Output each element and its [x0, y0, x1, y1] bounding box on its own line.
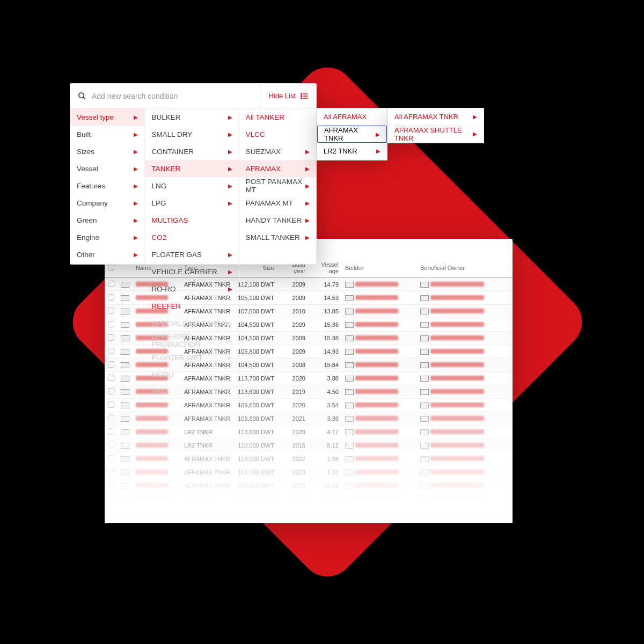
flag-icon	[121, 389, 129, 395]
cell-builder	[342, 318, 417, 332]
row-checkbox[interactable]	[108, 428, 114, 435]
menu-item[interactable]: All TANKER	[239, 108, 316, 126]
row-checkbox[interactable]	[108, 348, 114, 354]
menu-item[interactable]: Vessel type▶	[70, 108, 144, 126]
row-checkbox[interactable]	[108, 495, 114, 502]
table-row[interactable]: AFRAMAX TNKR110,000 DWT200816.01	[105, 479, 513, 493]
menu-item[interactable]: Features▶	[70, 177, 144, 194]
table-row[interactable]: LR2 TNKR113,600 DWT20204.17	[105, 426, 513, 439]
row-checkbox[interactable]	[108, 308, 114, 314]
column-beneficial-owner[interactable]: Beneficial Owner	[417, 258, 513, 278]
menu-item[interactable]: OSV	[145, 383, 238, 400]
hide-list-button[interactable]: Hide List	[260, 84, 316, 108]
table-row[interactable]: AFRAMAX TNKR113,000 DWT20221.98	[105, 452, 513, 466]
select-all-checkbox[interactable]	[108, 264, 114, 270]
menu-item[interactable]: REEFER	[145, 297, 238, 314]
table-row[interactable]: AFRAMAX TNKR104,600 DWT201113.18	[105, 506, 513, 519]
cell-owner	[417, 493, 513, 506]
flag-icon	[121, 322, 129, 328]
menu-item[interactable]: SMALL TANKER▶	[239, 229, 316, 246]
menu-item[interactable]: FLOATER GAS▶	[145, 246, 238, 263]
table-row[interactable]: AFRAMAX TNKR112,100 DWT20231.37	[105, 466, 513, 479]
vessel-name-blurred	[136, 496, 168, 501]
row-checkbox[interactable]	[108, 375, 114, 381]
menu-item[interactable]: SPECIALISED CARGO▶	[145, 314, 238, 332]
menu-item[interactable]: LNG▶	[145, 177, 238, 194]
cell-type: AFRAMAX TNKR	[181, 479, 235, 493]
menu-item[interactable]: RO-RO▶	[145, 280, 238, 297]
search-input-wrap[interactable]	[70, 92, 260, 100]
cell-owner	[417, 372, 513, 385]
menu-item[interactable]: CO2	[145, 229, 238, 246]
row-checkbox[interactable]	[108, 294, 114, 301]
menu-item[interactable]: All AFRAMAX	[317, 108, 387, 126]
menu-item[interactable]: VLCC	[239, 126, 316, 143]
filter-menu: Hide List Vessel type▶Built▶Sizes▶Vessel…	[70, 83, 317, 265]
row-checkbox[interactable]	[108, 455, 114, 462]
menu-item[interactable]: SUEZMAX▶	[239, 143, 316, 160]
menu-item[interactable]: TANKER▶	[145, 160, 238, 177]
list-icon	[300, 92, 309, 100]
cell-type: AFRAMAX TNKR	[181, 452, 235, 466]
menu-item[interactable]: LR2 TNKR▶	[317, 143, 387, 160]
menu-item[interactable]: MULTIGAS	[145, 211, 238, 229]
menu-item[interactable]: MODU	[145, 366, 238, 383]
cell-vessel-age: 3.54	[309, 399, 342, 412]
menu-item[interactable]: OFFSHORE PRODUCTION▶	[145, 332, 238, 349]
cell-build-year: 2009	[277, 291, 309, 305]
cell-size: 105,100 DWT	[235, 291, 277, 305]
row-checkbox[interactable]	[108, 442, 114, 448]
column-builder[interactable]: Builder	[342, 258, 417, 278]
cell-build-year: 2008	[277, 479, 309, 493]
menu-item[interactable]: Company▶	[70, 194, 144, 211]
menu-item[interactable]: AFRAMAX▶	[239, 160, 316, 177]
cell-build-year: 2023	[277, 466, 309, 479]
table-row[interactable]: AFRAMAX TNKR109,900 DWT20213.39	[105, 412, 513, 426]
menu-item[interactable]: BULKER▶	[145, 108, 238, 126]
menu-item[interactable]: LPG▶	[145, 194, 238, 211]
menu-item[interactable]: Engine▶	[70, 229, 144, 246]
row-checkbox[interactable]	[108, 281, 114, 287]
menu-item[interactable]: HANDY TANKER▶	[239, 211, 316, 229]
menu-item[interactable]: PANAMAX MT▶	[239, 194, 316, 211]
menu-item[interactable]: FLOATER WET▶	[145, 349, 238, 366]
search-input[interactable]	[92, 92, 253, 100]
cell-size: 112,100 DWT	[235, 466, 277, 479]
row-checkbox[interactable]	[108, 469, 114, 475]
menu-item[interactable]: VEHICLE CARRIER▶	[145, 263, 238, 280]
row-checkbox[interactable]	[108, 361, 114, 368]
table-row[interactable]: LR2 TNKR200014.86	[105, 519, 513, 524]
menu-item[interactable]: Sizes▶	[70, 143, 144, 160]
vessel-name-blurred	[136, 416, 168, 421]
menu-item[interactable]: CONTAINER▶	[145, 143, 238, 160]
cell-builder	[342, 385, 417, 399]
row-checkbox[interactable]	[108, 401, 114, 408]
menu-item[interactable]: Vessel▶	[70, 160, 144, 177]
menu-item[interactable]: SMALL DRY▶	[145, 126, 238, 143]
menu-item[interactable]: Built▶	[70, 126, 144, 143]
cell-builder	[342, 332, 417, 345]
cell-vessel-age: 8.12	[309, 439, 342, 452]
menu-item[interactable]: AFRAMAX SHUTTLE TNKR▶	[388, 126, 484, 143]
row-checkbox[interactable]	[108, 522, 114, 523]
cell-size: 104,500 DWT	[235, 318, 277, 332]
cell-builder	[342, 399, 417, 412]
row-checkbox[interactable]	[108, 509, 114, 515]
menu-item[interactable]: Other▶	[70, 246, 144, 263]
filter-col-4: All AFRAMAXAFRAMAX TNKR▶LR2 TNKR▶	[317, 108, 387, 160]
row-checkbox[interactable]	[108, 321, 114, 327]
table-row[interactable]: LR2 TNKR110,000 DWT20168.12	[105, 439, 513, 452]
menu-item[interactable]: Green▶	[70, 211, 144, 229]
table-row[interactable]: LR2 TNKR105,200 DWT201112.92	[105, 493, 513, 506]
menu-item[interactable]: All AFRAMAX TNKR▶	[388, 108, 484, 126]
menu-item[interactable]: AFRAMAX TNKR▶	[317, 126, 387, 143]
cell-build-year: 2019	[277, 385, 309, 399]
row-checkbox[interactable]	[108, 388, 114, 394]
cell-build-year: 2021	[277, 412, 309, 426]
row-checkbox[interactable]	[108, 415, 114, 421]
search-icon	[78, 92, 86, 100]
row-checkbox[interactable]	[108, 334, 114, 341]
menu-item[interactable]: POST PANAMAX MT▶	[239, 177, 316, 194]
row-checkbox[interactable]	[108, 482, 114, 488]
cell-build-year: 2020	[277, 426, 309, 439]
